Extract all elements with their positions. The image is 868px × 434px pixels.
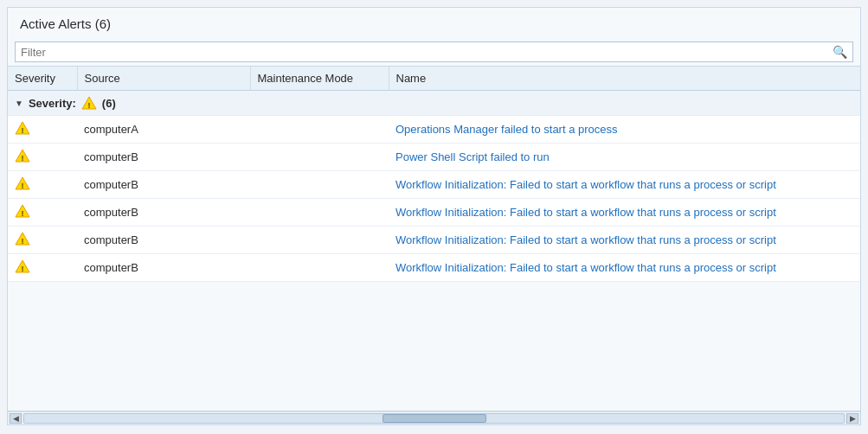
severity-cell-4: !: [8, 227, 77, 254]
svg-text:!: !: [22, 182, 24, 190]
active-alerts-panel: Active Alerts (6) 🔍 Severity Source Main…: [7, 7, 861, 425]
svg-text:!: !: [22, 209, 24, 218]
svg-text:!: !: [22, 154, 24, 163]
source-cell-3: computerB: [77, 199, 250, 227]
source-cell-4: computerB: [77, 227, 250, 254]
warning-icon-4: !: [15, 231, 30, 246]
alert-name-link-0[interactable]: Operations Manager failed to start a pro…: [395, 123, 618, 136]
warning-icon-5: !: [15, 258, 30, 274]
source-cell-0: computerA: [77, 116, 250, 144]
table-row: ! computerB Workflow Initialization: Fai…: [8, 227, 860, 254]
scroll-right-arrow[interactable]: ▶: [846, 413, 858, 424]
collapse-arrow-icon[interactable]: ▼: [15, 99, 23, 108]
warning-icon-group: !: [81, 95, 97, 111]
alert-name-link-3[interactable]: Workflow Initialization: Failed to start…: [395, 206, 776, 219]
name-cell-2: Workflow Initialization: Failed to start…: [389, 171, 860, 199]
table-row: ! computerA Operations Manager failed to…: [8, 116, 860, 144]
severity-cell-1: !: [8, 144, 77, 171]
severity-cell-3: !: [8, 199, 77, 227]
alert-name-link-5[interactable]: Workflow Initialization: Failed to start…: [395, 261, 776, 274]
maintenance-cell-2: [250, 171, 389, 199]
column-header-severity[interactable]: Severity: [8, 67, 77, 91]
table-row: ! computerB Workflow Initialization: Fai…: [8, 171, 860, 199]
svg-text:!: !: [22, 237, 24, 246]
severity-cell-5: !: [8, 254, 77, 282]
warning-icon-2: !: [15, 176, 30, 191]
severity-cell-0: !: [8, 116, 77, 144]
table-header-row: Severity Source Maintenance Mode Name: [8, 67, 860, 91]
source-cell-1: computerB: [77, 144, 250, 171]
warning-icon-3: !: [15, 203, 30, 219]
panel-title: Active Alerts (6): [8, 8, 860, 38]
maintenance-cell-5: [250, 254, 389, 282]
filter-input[interactable]: [21, 46, 833, 59]
alert-name-link-1[interactable]: Power Shell Script failed to run: [395, 150, 550, 163]
svg-text:!: !: [22, 126, 24, 135]
scroll-thumb[interactable]: [383, 414, 486, 423]
warning-icon-0: !: [15, 120, 30, 136]
group-row-cell: ▼ Severity: ! (6): [8, 91, 860, 116]
column-header-maintenance[interactable]: Maintenance Mode: [250, 67, 389, 91]
name-cell-3: Workflow Initialization: Failed to start…: [389, 199, 860, 227]
table-row: ! computerB Workflow Initialization: Fai…: [8, 254, 860, 282]
table-row: ! computerB Power Shell Script failed to…: [8, 144, 860, 171]
warning-icon-1: !: [15, 148, 30, 163]
name-cell-5: Workflow Initialization: Failed to start…: [389, 254, 860, 282]
name-cell-0: Operations Manager failed to start a pro…: [389, 116, 860, 144]
horizontal-scrollbar: ◀ ▶: [8, 411, 860, 424]
filter-bar: 🔍: [8, 38, 860, 66]
severity-cell-2: !: [8, 171, 77, 199]
group-count: (6): [102, 97, 116, 110]
group-severity-label: Severity:: [29, 97, 76, 110]
source-cell-5: computerB: [77, 254, 250, 282]
table-row: ! computerB Workflow Initialization: Fai…: [8, 199, 860, 227]
column-header-name[interactable]: Name: [389, 67, 860, 91]
alert-name-link-2[interactable]: Workflow Initialization: Failed to start…: [395, 178, 776, 191]
group-row[interactable]: ▼ Severity: ! (6): [8, 91, 860, 116]
scroll-track: [23, 413, 845, 424]
svg-text:!: !: [87, 101, 90, 110]
maintenance-cell-3: [250, 199, 389, 227]
scroll-left-arrow[interactable]: ◀: [10, 413, 22, 424]
name-cell-4: Workflow Initialization: Failed to start…: [389, 227, 860, 254]
maintenance-cell-1: [250, 144, 389, 171]
group-label: ▼ Severity: ! (6): [15, 95, 853, 111]
name-cell-1: Power Shell Script failed to run: [389, 144, 860, 171]
source-cell-2: computerB: [77, 171, 250, 199]
alerts-table: Severity Source Maintenance Mode Name ▼ …: [8, 67, 860, 282]
alert-name-link-4[interactable]: Workflow Initialization: Failed to start…: [395, 233, 776, 246]
search-icon[interactable]: 🔍: [833, 45, 847, 59]
column-header-source[interactable]: Source: [77, 67, 250, 91]
maintenance-cell-4: [250, 227, 389, 254]
maintenance-cell-0: [250, 116, 389, 144]
filter-input-wrap: 🔍: [15, 41, 853, 62]
svg-text:!: !: [22, 265, 24, 273]
alerts-table-container: Severity Source Maintenance Mode Name ▼ …: [8, 66, 860, 411]
